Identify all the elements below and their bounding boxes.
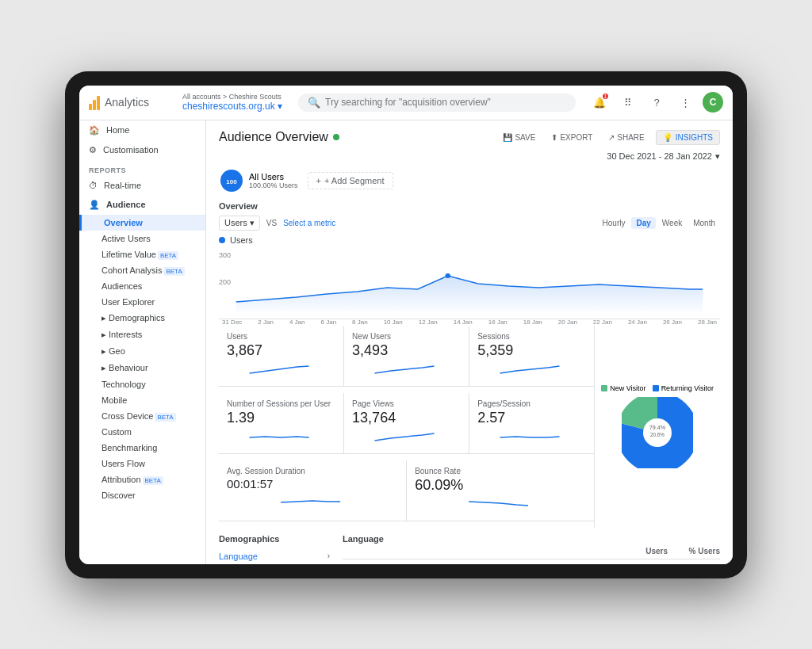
sidebar-item-lifetime-value[interactable]: Lifetime ValueBETA [79,246,205,262]
sidebar-item-mobile[interactable]: Mobile [79,392,205,408]
top-actions: 🔔 1 ⠿ ? ⋮ C [588,91,723,113]
search-bar[interactable]: 🔍 [298,94,576,112]
metric-card-new-users: New Users 3,493 [344,326,469,387]
all-users-label: All Users [249,172,298,181]
sidebar-item-users-flow[interactable]: Users Flow [79,456,205,471]
sidebar-item-active-users[interactable]: Active Users [79,231,205,246]
demographics-language-item[interactable]: Language › [219,548,330,564]
metric-name-users: Users [227,332,335,341]
sidebar-item-customisation[interactable]: ⚙ Customisation [79,140,205,160]
search-icon: 🔍 [308,97,320,109]
avatar[interactable]: C [703,92,723,113]
sparkline-users [227,361,335,376]
metric-name-sessions: Sessions [477,332,586,341]
sidebar-item-interests[interactable]: ▸ Interests [79,326,205,343]
search-input[interactable] [325,97,566,108]
metric-card-page-views: Page Views 13,764 [344,393,469,454]
cross-device-beta-badge: BETA [155,413,175,422]
sidebar-item-audiences[interactable]: Audiences [79,278,205,294]
sidebar-item-attribution[interactable]: AttributionBETA [79,471,205,487]
reports-section-label: REPORTS [79,160,205,176]
time-btn-day[interactable]: Day [631,217,655,229]
date-range-dropdown-icon: ▾ [715,151,720,162]
sidebar: 🏠 Home ⚙ Customisation REPORTS ⏱ Real-ti… [79,120,206,564]
metric-card-sessions-per-user: Number of Sessions per User 1.39 [219,393,344,454]
export-button[interactable]: ⬆ EXPORT [546,131,597,144]
metric-name-avg-session: Avg. Session Duration [227,467,398,475]
select-metric-link[interactable]: Select a metric [283,219,335,227]
metric-value-pages-session: 2.57 [477,410,586,426]
account-name[interactable]: cheshirescouts.org.uk ▾ [182,101,285,112]
add-segment-button[interactable]: + + Add Segment [308,172,393,189]
demo-col-pct-users: % Users [680,547,720,555]
share-button[interactable]: ↗ SHARE [603,131,649,144]
time-btn-hourly[interactable]: Hourly [598,217,630,229]
main-content: 🏠 Home ⚙ Customisation REPORTS ⏱ Real-ti… [79,120,733,564]
account-selector[interactable]: All accounts > Cheshire Scouts cheshires… [182,93,285,112]
sparkline-pages-session [477,428,586,444]
time-btn-week[interactable]: Week [657,217,687,229]
sidebar-item-geo[interactable]: ▸ Geo [79,343,205,360]
tablet-screen: Analytics All accounts > Cheshire Scouts… [79,86,733,564]
attribution-beta-badge: BETA [143,476,163,485]
save-button[interactable]: 💾 SAVE [498,131,540,144]
page-title: Audience Overview [219,130,328,144]
chart-x-labels: 31 Dec 2 Jan 4 Jan 6 Jan 8 Jan 10 Jan 12… [219,319,720,326]
sidebar-item-benchmarking[interactable]: Benchmarking [79,440,205,456]
demo-table-header: Users % Users [343,547,720,559]
header-actions: 💾 SAVE ⬆ EXPORT ↗ SHARE 💡 [498,130,720,145]
chart-container: 300 200 [219,248,720,319]
sidebar-item-realtime[interactable]: ⏱ Real-time [79,176,205,195]
sidebar-item-custom[interactable]: Custom [79,424,205,440]
help-button[interactable]: ? [645,91,668,113]
sidebar-item-technology[interactable]: Technology [79,376,205,392]
metric-name-sessions-per-user: Number of Sessions per User [227,399,335,408]
vs-text: VS [266,219,277,227]
metrics-row-1: Users 3,867 New Users 3,493 [219,326,594,387]
apps-button[interactable]: ⠿ [617,91,639,113]
sparkline-page-views [352,428,461,444]
analytics-logo-icon [89,94,100,110]
all-users-segment[interactable]: 100 All Users 100.00% Users [219,168,298,193]
sidebar-item-cross-device[interactable]: Cross DeviceBETA [79,408,205,424]
logo-bar-3 [97,96,100,110]
sidebar-item-audience[interactable]: 👤 Audience [79,195,205,215]
sidebar-item-overview[interactable]: Overview [79,215,205,231]
sidebar-item-home[interactable]: 🏠 Home [79,120,205,140]
logo-area: Analytics [89,94,176,110]
legend-new-visitor: New Visitor [601,384,645,392]
time-btn-month[interactable]: Month [688,217,720,229]
sidebar-item-user-explorer[interactable]: User Explorer [79,294,205,310]
all-users-pct: 100.00% Users [249,181,298,189]
metric-primary-dropdown[interactable]: Users ▾ [219,216,260,231]
date-range-selector[interactable]: 30 Dec 2021 - 28 Jan 2022 ▾ [219,151,720,162]
notification-dot: 1 [603,94,608,99]
insights-button[interactable]: 💡 INSIGHTS [656,130,720,145]
metric-value-bounce-rate: 60.09% [415,477,586,494]
sidebar-item-discover[interactable]: Discover [79,487,205,503]
demo-language-title: Language [343,534,720,544]
legend-returning-visitor: Returning Visitor [653,384,714,392]
app-title: Analytics [105,96,149,109]
sidebar-item-behaviour[interactable]: ▸ Behaviour [79,360,205,376]
apps-icon: ⠿ [624,97,632,109]
account-dropdown-icon: ▾ [278,101,282,112]
metrics-and-pie: Users 3,867 New Users 3,493 [219,326,720,528]
page-title-row: Audience Overview [219,130,339,144]
metric-name-bounce-rate: Bounce Rate [415,467,586,475]
more-button[interactable]: ⋮ [674,91,696,113]
users-line-chart [219,248,720,315]
notification-button[interactable]: 🔔 1 [588,91,611,113]
sidebar-item-cohort[interactable]: Cohort AnalysisBETA [79,262,205,278]
metric-card-users: Users 3,867 [219,326,344,387]
metric-card-sessions: Sessions 5,359 [469,326,594,387]
add-segment-icon: + [316,176,321,185]
overview-section-label: Overview [219,201,720,211]
export-icon: ⬆ [551,133,557,142]
lifetime-value-beta-badge: BETA [158,251,178,260]
pie-chart-section: New Visitor Returning Visitor [594,326,720,528]
logo-bar-2 [93,100,96,110]
metric-value-sessions: 5,359 [477,342,586,359]
content-area: Audience Overview 💾 SAVE ⬆ EXPORT [206,120,733,564]
sidebar-item-demographics[interactable]: ▸ Demographics [79,310,205,326]
